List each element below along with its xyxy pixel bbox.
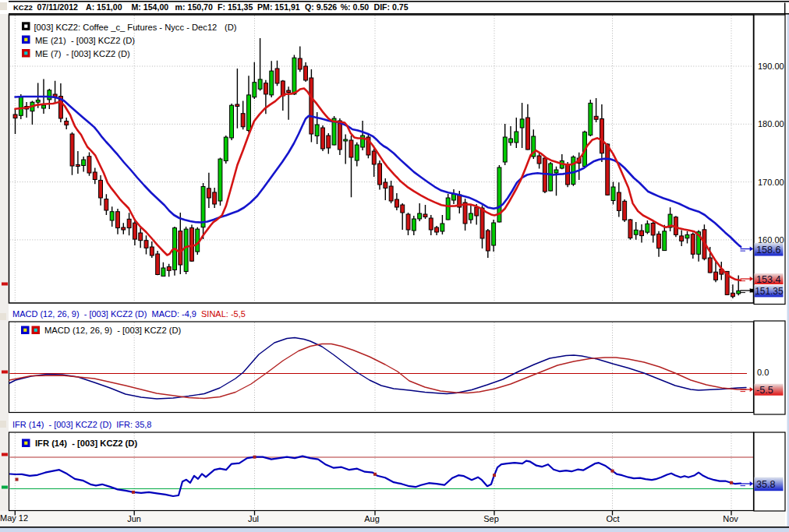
svg-text:ME (7) - [003] KCZ2 (D): ME (7) - [003] KCZ2 (D) [35,49,130,58]
svg-text:M: 154,00: M: 154,00 [132,2,169,12]
svg-text:A: 151,00: A: 151,00 [86,2,122,12]
svg-text:SINAL: -5,5: SINAL: -5,5 [201,309,246,319]
svg-text:170.00: 170.00 [758,178,784,187]
svg-text:IFR (14) - [003] KCZ2 (D): IFR (14) - [003] KCZ2 (D) [35,439,137,448]
svg-text:(D): (D) [225,23,237,32]
svg-text:m: 150,70: m: 150,70 [175,2,213,12]
svg-text:151.35: 151.35 [755,286,784,297]
svg-text:Jun: Jun [127,514,141,523]
svg-text:Q: 9.526: Q: 9.526 [305,2,337,12]
svg-text:0.0: 0.0 [757,368,769,377]
svg-text:DIF: 0.75: DIF: 0.75 [374,2,409,12]
svg-text:Sep: Sep [483,514,499,523]
svg-text:07/11/2012: 07/11/2012 [37,2,79,12]
svg-text:%: 0.50: %: 0.50 [341,2,370,12]
svg-text:153.4: 153.4 [756,274,781,285]
svg-text:F: 151,35: F: 151,35 [218,2,253,12]
svg-text:190.00: 190.00 [758,62,784,71]
svg-text:35.8: 35.8 [756,479,776,490]
svg-text:180.00: 180.00 [758,119,784,129]
svg-text:MACD (12, 26, 9) - [003] KCZ2: MACD (12, 26, 9) - [003] KCZ2 (D) [44,326,182,335]
svg-text:Oct: Oct [606,514,619,523]
svg-text:-5.5: -5.5 [756,385,773,396]
svg-text:KCZ2: KCZ2 [13,3,33,12]
svg-text:Aug: Aug [364,514,380,523]
svg-text:Jul: Jul [248,514,259,523]
svg-text:158.6: 158.6 [756,245,781,255]
svg-text:[003] KCZ2: Coffee _c_ Futures: [003] KCZ2: Coffee _c_ Futures - Nycc - … [34,23,218,32]
svg-text:IFR (14) - [003] KCZ2 (D) IF: IFR (14) - [003] KCZ2 (D) IFR: 35,8 [12,420,152,429]
svg-text:May 12: May 12 [0,513,28,523]
svg-text:MACD (12, 26, 9) - [003] KCZ2: MACD (12, 26, 9) - [003] KCZ2 (D) MACD: … [12,309,196,319]
svg-text:PM: 151,91: PM: 151,91 [257,2,300,12]
svg-text:ME (21) - [003] KCZ2 (D): ME (21) - [003] KCZ2 (D) [35,36,135,45]
svg-text:Nov: Nov [723,514,738,523]
